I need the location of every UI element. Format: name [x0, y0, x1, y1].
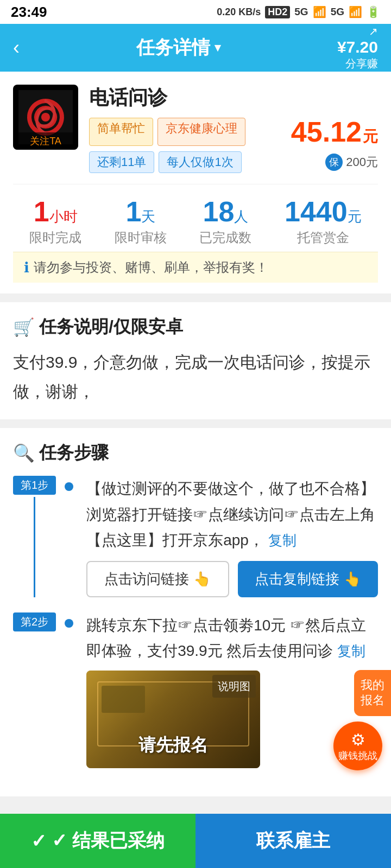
earn-label: 赚钱挑战	[338, 750, 377, 762]
network-speed: 0.20 KB/s	[217, 7, 261, 18]
stat-people-value: 18人	[199, 197, 251, 226]
float-my-signup[interactable]: 我的 报名	[354, 670, 391, 716]
stat-reward-label: 托管赏金	[285, 229, 362, 246]
stats-row: 1小时 限时完成 1天 限时审核 18人 已完成数 1440元 托管赏金	[13, 184, 378, 252]
desc-body: 支付39.9，介意勿做，完成一次电话问诊，按提示做，谢谢，	[13, 348, 378, 406]
task-avatar: 关注TA	[13, 85, 78, 150]
signal-icon-1: 📶	[313, 5, 326, 18]
step-2-image-text: 请先报名	[130, 722, 217, 768]
step-1-copy[interactable]: 复制	[268, 532, 297, 548]
share-button[interactable]: ↗ ¥7.20 分享赚	[337, 25, 378, 71]
step-2-badge: 第2步	[13, 612, 56, 631]
warning-banner: ℹ 请勿参与投资、赌博、刷单，举报有奖！	[13, 252, 378, 283]
step-1-buttons: 点击访问链接 👆 点击复制链接 👆	[86, 561, 378, 597]
step-1-badge: 第1步	[13, 476, 56, 495]
desc-title: 🛒 任务说明/仅限安卓	[13, 315, 378, 339]
stat-days-value: 1天	[115, 197, 167, 226]
top-nav: ‹ 任务详情 ▾ ↗ ¥7.20 分享赚	[0, 24, 391, 72]
stat-hours: 1小时 限时完成	[29, 197, 81, 246]
steps-title-icon: 🔍	[13, 443, 35, 463]
tag-remaining: 还剩11单	[89, 151, 154, 173]
bottom-bar: ✓ ✓ 结果已采纳 联系雇主	[0, 814, 391, 868]
desc-title-icon: 🛒	[13, 317, 35, 337]
stat-days: 1天 限时审核	[115, 197, 167, 246]
float-earn-challenge[interactable]: ⚙ 赚钱挑战	[333, 722, 382, 770]
task-price-value: 45.12	[291, 118, 362, 146]
steps-section: 🔍 任务步骤 第1步 【做过测评的不要做这个，做了也不合格】浏览器打开链接☞点继…	[0, 428, 391, 796]
tag-simple: 简单帮忙	[89, 118, 153, 146]
warning-icon: ℹ	[24, 259, 29, 276]
desc-section: 🛒 任务说明/仅限安卓 支付39.9，介意勿做，完成一次电话问诊，按提示做，谢谢…	[0, 302, 391, 419]
nav-title-arrow-icon: ▾	[215, 41, 220, 55]
signal-icon-2: 📶	[349, 5, 362, 18]
task-guarantee: 保 200元	[325, 154, 378, 171]
stat-people-label: 已完成数	[199, 229, 251, 246]
back-button[interactable]: ‹	[13, 36, 20, 59]
warning-text: 请勿参与投资、赌博、刷单，举报有奖！	[34, 259, 268, 276]
status-time: 23:49	[11, 4, 47, 21]
step-2: 第2步 跳转京东下拉☞点击领劵10元 ☞然后点立即体验，支付39.9元 然后去使…	[13, 612, 378, 768]
status-bar: 23:49 0.20 KB/s HD2 5G 📶 5G 📶 🔋	[0, 0, 391, 24]
stat-reward: 1440元 托管赏金	[285, 197, 362, 246]
stat-reward-value: 1440元	[285, 197, 362, 226]
step-2-left: 第2步	[13, 612, 56, 768]
step-2-copy[interactable]: 复制	[337, 643, 365, 659]
step-2-image: 说明图 请先报名	[86, 671, 260, 768]
stat-days-label: 限时审核	[115, 229, 167, 246]
battery-icon: 🔋	[367, 5, 380, 18]
status-right: 0.20 KB/s HD2 5G 📶 5G 📶 🔋	[217, 5, 380, 18]
step-2-text: 跳转京东下拉☞点击领劵10元 ☞然后点立即体验，支付39.9元 然后去使用问诊	[86, 617, 366, 660]
step-1-text: 【做过测评的不要做这个，做了也不合格】浏览器打开链接☞点继续访问☞点击左上角【点…	[86, 480, 375, 548]
step-1: 第1步 【做过测评的不要做这个，做了也不合格】浏览器打开链接☞点继续访问☞点击左…	[13, 476, 378, 597]
checkmark-icon: ✓	[31, 830, 46, 852]
step-2-image-label: 说明图	[212, 675, 256, 698]
task-title: 电话问诊	[89, 85, 378, 111]
signal-5g-2: 5G	[331, 6, 344, 18]
step-1-content: 【做过测评的不要做这个，做了也不合格】浏览器打开链接☞点继续访问☞点击左上角【点…	[86, 476, 378, 597]
task-tags: 简单帮忙 京东健康心理 45.12 元	[89, 118, 378, 146]
hd-label: HD2	[265, 6, 290, 18]
tag-jd-health: 京东健康心理	[157, 118, 245, 146]
hand-icon-2: 👆	[344, 571, 361, 588]
stat-people: 18人 已完成数	[199, 197, 251, 246]
step-1-line	[34, 497, 35, 597]
step-1-left: 第1步	[13, 476, 56, 597]
task-card: 关注TA 电话问诊 简单帮忙 京东健康心理 45.12 元 还剩11单 每人仅做…	[0, 72, 391, 293]
task-info: 电话问诊 简单帮忙 京东健康心理 45.12 元 还剩11单 每人仅做1次 保 …	[89, 85, 378, 173]
guarantee-icon: 保	[325, 154, 343, 171]
task-price-unit: 元	[363, 129, 378, 144]
result-adopted-button[interactable]: ✓ ✓ 结果已采纳	[0, 814, 195, 868]
signal-5g-1: 5G	[294, 6, 308, 18]
stat-hours-label: 限时完成	[29, 229, 81, 246]
steps-title: 🔍 任务步骤	[13, 441, 378, 465]
step-2-dot	[65, 619, 73, 628]
follow-label[interactable]: 关注TA	[13, 132, 78, 150]
stat-hours-value: 1小时	[29, 197, 81, 226]
contact-employer-button[interactable]: 联系雇主	[195, 814, 391, 868]
nav-title: 任务详情 ▾	[136, 35, 220, 60]
step-1-visit-btn[interactable]: 点击访问链接 👆	[86, 561, 229, 597]
step-1-dot	[65, 482, 73, 491]
hand-icon-1: 👆	[193, 571, 211, 588]
earn-icon: ⚙	[351, 730, 365, 749]
tag-once: 每人仅做1次	[159, 151, 241, 173]
step-1-copy-btn[interactable]: 点击复制链接 👆	[238, 561, 378, 597]
